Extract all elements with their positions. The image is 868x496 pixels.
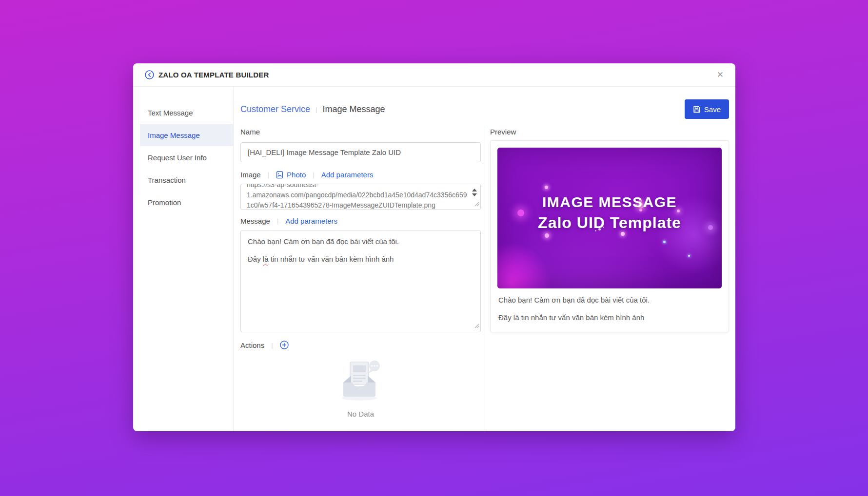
photo-label: Photo <box>287 171 306 179</box>
preview-label: Preview <box>490 128 729 136</box>
sidebar-item-promotion[interactable]: Promotion <box>140 191 233 213</box>
image-label: Image <box>240 171 261 179</box>
image-url-line: https://s3-ap-southeast- <box>247 184 468 190</box>
scroll-spinner[interactable] <box>472 189 477 196</box>
sparkle-icon <box>545 233 549 238</box>
breadcrumb-parent-link[interactable]: Customer Service <box>240 104 310 114</box>
resize-grip-icon[interactable] <box>474 321 479 331</box>
image-url-textarea[interactable]: https://s3-ap-southeast- 1.amazonaws.com… <box>240 184 481 210</box>
sidebar-item-label: Transaction <box>148 176 186 184</box>
save-button-label: Save <box>704 105 721 114</box>
actions-empty-state: No Data <box>240 355 481 418</box>
preview-image-subtitle: Zalo UID Template <box>497 214 722 232</box>
breadcrumb-separator: | <box>316 106 317 113</box>
message-line: Đây là tin nhắn tư vấn văn bản kèm hình … <box>248 254 473 264</box>
image-url-line: 1c0/w57f4-1716543965278-ImageMessageZUID… <box>247 200 468 210</box>
sparkle-icon <box>688 255 690 257</box>
scroll-up-icon[interactable] <box>472 189 477 191</box>
separator: | <box>271 342 273 349</box>
breadcrumb-current: Image Message <box>322 104 385 114</box>
sidebar-item-label: Request User Info <box>148 153 207 162</box>
preview-message-line: Đây là tin nhắn tư vấn văn bản kèm hình … <box>498 313 721 323</box>
preview-image-title: IMAGE MESSAGE <box>497 194 722 210</box>
separator: | <box>268 171 269 178</box>
template-type-sidebar: Text Message Image Message Request User … <box>133 87 234 431</box>
preview-card: IMAGE MESSAGE Zalo UID Template Chào bạn… <box>490 140 729 332</box>
template-builder-modal: ZALO OA TEMPLATE BUILDER ✕ Text Message … <box>133 63 735 431</box>
message-textarea[interactable]: Chào bạn! Cảm ơn bạn đã đọc bài viết của… <box>240 230 481 332</box>
sidebar-item-label: Text Message <box>148 109 193 117</box>
sidebar-item-request-user-info[interactable]: Request User Info <box>140 146 233 169</box>
sparkle-icon <box>545 186 548 189</box>
modal-header: ZALO OA TEMPLATE BUILDER ✕ <box>133 63 735 87</box>
separator: | <box>277 217 278 225</box>
image-add-parameters-link[interactable]: Add parameters <box>321 171 374 179</box>
name-label: Name <box>240 128 481 136</box>
sidebar-item-text-message[interactable]: Text Message <box>140 101 233 124</box>
close-icon[interactable]: ✕ <box>717 71 724 79</box>
spellcheck-word: là <box>263 255 269 263</box>
preview-image: IMAGE MESSAGE Zalo UID Template <box>497 148 722 288</box>
sidebar-item-transaction[interactable]: Transaction <box>140 169 233 191</box>
add-action-button[interactable] <box>280 341 289 349</box>
separator: | <box>313 171 314 178</box>
save-button[interactable]: Save <box>685 99 729 119</box>
no-data-label: No Data <box>240 410 481 418</box>
breadcrumb: Customer Service | Image Message <box>240 104 385 114</box>
message-label: Message <box>240 217 270 225</box>
message-add-parameters-link[interactable]: Add parameters <box>285 217 337 225</box>
preview-message-line: Chào bạn! Cảm ơn bạn đã đọc bài viết của… <box>498 295 721 305</box>
sidebar-item-image-message[interactable]: Image Message <box>140 124 233 146</box>
scroll-down-icon[interactable] <box>472 193 477 196</box>
sidebar-item-label: Promotion <box>148 198 181 207</box>
modal-title: ZALO OA TEMPLATE BUILDER <box>158 71 269 79</box>
save-icon <box>693 106 700 113</box>
sparkle-icon <box>663 241 666 243</box>
photo-file-icon <box>276 171 283 179</box>
name-input[interactable] <box>240 142 481 162</box>
back-icon[interactable] <box>145 70 154 79</box>
image-url-line: 1.amazonaws.com/pangocdp/media/022bcbd1a… <box>247 190 468 200</box>
message-line: Chào bạn! Cảm ơn bạn đã đọc bài viết của… <box>248 237 473 247</box>
template-form: Name Image | <box>234 126 485 431</box>
no-data-inbox-icon <box>336 355 385 406</box>
actions-label: Actions <box>240 341 264 349</box>
sidebar-item-label: Image Message <box>148 131 200 139</box>
photo-upload-button[interactable]: Photo <box>276 171 306 179</box>
preview-panel: Preview <box>485 126 735 431</box>
sparkle-icon <box>621 232 625 236</box>
resize-grip-icon[interactable] <box>474 200 479 209</box>
